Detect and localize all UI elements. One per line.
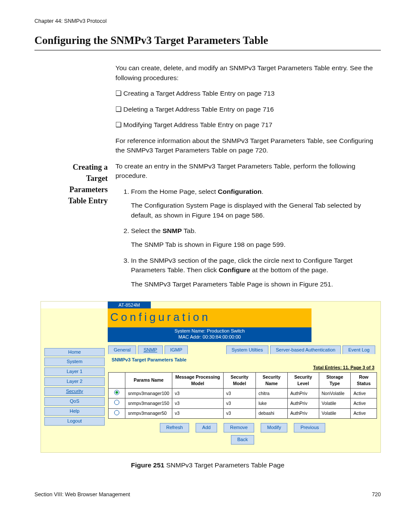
col-select <box>109 372 125 388</box>
col-rowstat: Row Status <box>351 372 377 388</box>
table-cell: snmpv3manager100 <box>125 389 172 398</box>
system-info: System Name: Production Switch MAC Addr:… <box>108 327 311 342</box>
table-cell: Volatile <box>319 408 351 418</box>
device-model: AT-8524M <box>108 302 151 308</box>
remove-button[interactable]: Remove <box>224 423 254 432</box>
panel-note: Total Entries: 11. Page 3 of 3 <box>108 364 374 371</box>
table-cell: AuthPriv <box>287 408 319 418</box>
nav-layer2[interactable]: Layer 2 <box>44 377 105 386</box>
col-mpmodel: Message Processing Model <box>172 372 223 388</box>
banner-title: Configuration <box>108 308 311 327</box>
radio-icon[interactable] <box>114 410 119 415</box>
table-cell: v3 <box>223 389 255 398</box>
row-radio-cell[interactable] <box>109 408 125 418</box>
bullet-item: Deleting a Target Address Table Entry on… <box>127 105 381 114</box>
step-1: From the Home Page, select Configuration… <box>131 187 381 220</box>
table-cell: v3 <box>223 398 255 408</box>
table-cell: NonVolatile <box>319 389 351 398</box>
button-row: Refresh Add Remove Modify Previous <box>108 423 377 432</box>
nav-system[interactable]: System <box>44 358 105 366</box>
col-seclevel: Security Level <box>287 372 319 388</box>
table-cell: AuthPriv <box>287 389 319 398</box>
step-3: In the SNMPv3 section of the page, click… <box>131 256 381 289</box>
table-cell: AuthPriv <box>287 398 319 408</box>
figure-caption: Figure 251 SNMPv3 Target Parameters Tabl… <box>34 460 381 470</box>
table-cell: Active <box>351 408 377 418</box>
radio-icon[interactable] <box>114 390 119 395</box>
steps-intro: To create an entry in the SNMPv3 Target … <box>115 162 381 181</box>
table-cell: Active <box>351 389 377 398</box>
previous-button[interactable]: Previous <box>294 423 325 432</box>
table-cell: snmpv3manager50 <box>125 408 172 418</box>
button-row-2: Back <box>108 435 377 445</box>
col-secmodel: Security Model <box>223 372 255 388</box>
refresh-button[interactable]: Refresh <box>160 423 190 432</box>
bullet-item: Creating a Target Address Table Entry on… <box>127 89 381 98</box>
page-title: Configuring the SNMPv3 Target Parameters… <box>34 33 381 48</box>
table-cell: v3 <box>223 408 255 418</box>
footer-section: Section VIII: Web Browser Management <box>34 491 130 498</box>
step-1-result: The Configuration System Page is display… <box>131 201 381 220</box>
nav-home[interactable]: Home <box>44 348 105 357</box>
col-params: Params Name <box>125 372 172 388</box>
chapter-header: Chapter 44: SNMPv3 Protocol <box>34 17 381 25</box>
table-cell: Volatile <box>319 398 351 408</box>
side-heading: Creating a Target Parameters Table Entry <box>34 162 108 296</box>
nav-qos[interactable]: QoS <box>44 397 105 406</box>
panel-title: SNMPv3 Target Parameters Table <box>112 357 377 364</box>
col-secname: Security Name <box>255 372 287 388</box>
tab-igmp[interactable]: IGMP <box>165 345 188 355</box>
table-row: snmpv3manager150v3v3lukeAuthPrivVolatile… <box>109 398 377 408</box>
title-rule <box>34 50 381 50</box>
col-storage: Storage Type <box>319 372 351 388</box>
tab-bar: General SNMP IGMP System Utilties Server… <box>108 345 377 355</box>
nav-logout[interactable]: Logout <box>44 417 105 426</box>
table-cell: luke <box>255 398 287 408</box>
step-2: Select the SNMP Tab. The SNMP Tab is sho… <box>131 226 381 250</box>
step-3-result: The SNMPv3 Target Parameters Table Page … <box>131 280 381 289</box>
nav-help[interactable]: Help <box>44 407 105 416</box>
intro-reference: For reference information about the SNMP… <box>115 136 381 156</box>
table-cell: Active <box>351 398 377 408</box>
intro-bullets: Creating a Target Address Table Entry on… <box>115 89 381 130</box>
tab-event-log[interactable]: Event Log <box>342 345 375 355</box>
add-button[interactable]: Add <box>196 423 217 432</box>
top-strip-rest <box>151 302 380 308</box>
table-cell: chitra <box>255 389 287 398</box>
nav-layer1[interactable]: Layer 1 <box>44 367 105 376</box>
bullet-item: Modifying Target Address Table Entry on … <box>127 120 381 130</box>
row-radio-cell[interactable] <box>109 389 125 398</box>
tab-general[interactable]: General <box>108 345 136 355</box>
table-cell: debashi <box>255 408 287 418</box>
tab-server-auth[interactable]: Server-based Authentication <box>270 345 341 355</box>
intro-paragraph: You can create, delete, and modify an SN… <box>115 63 381 83</box>
nav-security[interactable]: Security <box>44 387 105 396</box>
modify-button[interactable]: Modify <box>261 423 287 432</box>
embedded-screenshot: AT-8524M Configuration System Name: Prod… <box>40 301 381 452</box>
table-row: snmpv3manager100v3v3chitraAuthPrivNonVol… <box>109 389 377 398</box>
top-strip-blank <box>41 302 108 308</box>
table-cell: v3 <box>172 389 223 398</box>
step-2-result: The SNMP Tab is shown in Figure 198 on p… <box>131 240 381 249</box>
table-cell: v3 <box>172 408 223 418</box>
procedure-steps: From the Home Page, select Configuration… <box>115 187 381 289</box>
table-cell: v3 <box>172 398 223 408</box>
back-button[interactable]: Back <box>231 435 254 445</box>
table-row: snmpv3manager50v3v3debashiAuthPrivVolati… <box>109 408 377 418</box>
target-params-table: Params Name Message Processing Model Sec… <box>108 372 377 419</box>
radio-icon[interactable] <box>114 400 119 405</box>
row-radio-cell[interactable] <box>109 398 125 408</box>
side-nav: Home System Layer 1 Layer 2 Security QoS… <box>44 345 105 445</box>
table-cell: snmpv3manager150 <box>125 398 172 408</box>
tab-snmp[interactable]: SNMP <box>138 345 163 355</box>
footer-page: 720 <box>372 491 381 498</box>
tab-system-utilities[interactable]: System Utilties <box>226 345 269 355</box>
